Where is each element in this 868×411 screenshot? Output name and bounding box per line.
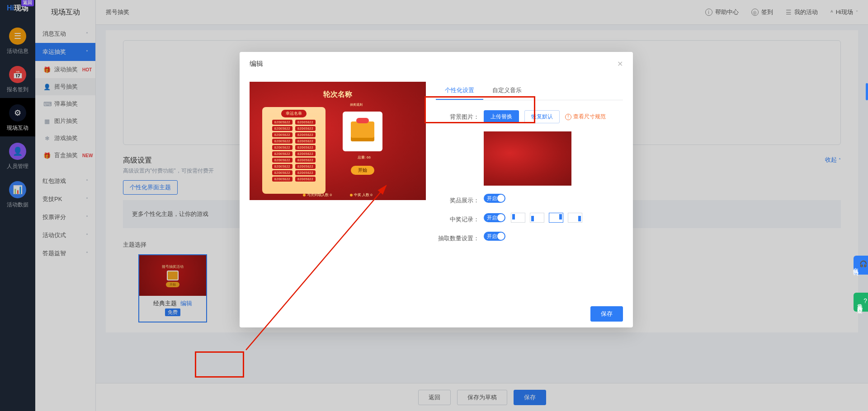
num-cell: 82065822: [295, 164, 316, 169]
warning-icon: !: [565, 114, 571, 120]
toggle-prize-show[interactable]: 开启: [484, 194, 505, 203]
bg-thumbnail[interactable]: [484, 131, 571, 186]
float-faq[interactable]: ? 常见问题答疑: [854, 293, 868, 312]
toggle-draw-count[interactable]: 开启: [484, 232, 505, 241]
num-cell: 82065822: [295, 132, 316, 137]
float-online-consult[interactable]: 🎧 在线咨询: [854, 256, 868, 275]
num-cell: 82065822: [295, 177, 316, 182]
num-cell: 82065822: [295, 151, 316, 156]
modal-title: 编辑: [250, 60, 263, 68]
num-cell: 82065822: [272, 151, 292, 156]
pos-bottom-right[interactable]: [568, 213, 582, 223]
size-spec-link[interactable]: ! 查看尺寸规范: [565, 113, 606, 121]
preview-count: 总量: 66: [358, 155, 371, 160]
modal-save-button[interactable]: 保存: [590, 306, 623, 322]
pin-icon: [531, 216, 534, 221]
num-cell: 82065822: [272, 120, 292, 125]
toggle-label: 开启: [487, 215, 497, 221]
modal-preview: 轮次名称 抽奖规则 幸运名单 8206582282065822 82065822…: [250, 82, 426, 200]
stat2-label: 中奖 人数: [354, 193, 369, 197]
toggle-knob: [497, 233, 505, 240]
pos-top-left[interactable]: [511, 213, 525, 223]
stat2-value: 0: [370, 193, 372, 197]
preview-gift: [343, 112, 382, 151]
float-label: 常见问题答疑: [857, 299, 863, 305]
stat1-value: 0: [330, 193, 331, 197]
headset-icon: 🎧: [859, 260, 868, 267]
num-cell: 82065822: [272, 170, 292, 175]
num-cell: 82065822: [272, 139, 292, 144]
tab-personalize[interactable]: 个性化设置: [436, 82, 483, 100]
question-icon: ?: [863, 297, 868, 304]
toggle-record[interactable]: 开启: [484, 213, 505, 222]
toggle-knob: [497, 195, 505, 202]
toggle-label: 开启: [487, 233, 497, 240]
label-bg: 背景图片：: [436, 110, 484, 121]
stat1-label: 与次到场人数: [307, 193, 329, 197]
num-cell: 82065822: [272, 177, 292, 182]
reset-button[interactable]: 恢复默认: [524, 110, 560, 123]
position-group: [511, 213, 582, 223]
preview-round-title: 轮次名称: [250, 90, 426, 99]
num-cell: 82065822: [295, 139, 316, 144]
float-label: 在线咨询: [853, 263, 859, 267]
pos-top-right[interactable]: [549, 213, 563, 223]
num-cell: 82065822: [272, 145, 292, 150]
num-cell: 82065822: [272, 132, 292, 137]
scroll-indicator: [866, 83, 868, 100]
label-prize-show: 奖品展示：: [436, 194, 484, 205]
panel-tag: 幸运名单: [281, 110, 307, 117]
winner-panel: 幸运名单 8206582282065822 8206582282065822 8…: [262, 107, 326, 194]
num-cell: 82065822: [272, 126, 292, 131]
gift-icon: [351, 121, 374, 141]
tab-custom-music[interactable]: 自定义音乐: [483, 82, 531, 100]
label-win-record: 中奖记录：: [436, 213, 484, 224]
pos-bottom-left[interactable]: [530, 213, 544, 223]
dot-icon: [303, 194, 306, 196]
pin-icon: [578, 216, 581, 221]
num-cell: 82065822: [295, 145, 316, 150]
edit-modal: 编辑 ✕ 轮次名称 抽奖规则 幸运名单 8206582282065822 820…: [240, 52, 633, 327]
num-cell: 82065822: [295, 126, 316, 131]
pin-icon: [512, 214, 515, 220]
preview-start-btn: 开始: [351, 166, 374, 175]
close-icon[interactable]: ✕: [617, 60, 623, 68]
size-label: 查看尺寸规范: [573, 113, 606, 121]
num-cell: 82065822: [272, 164, 292, 169]
toggle-knob: [497, 214, 505, 221]
num-cell: 82065822: [272, 158, 292, 163]
label-draw-count: 抽取数量设置：: [436, 232, 484, 243]
preview-sub: 抽奖规则: [350, 103, 363, 107]
num-cell: 82065822: [295, 170, 316, 175]
num-cell: 82065822: [295, 120, 316, 125]
toggle-label: 开启: [487, 195, 497, 202]
label-blank: [436, 131, 484, 134]
modal-tabs: 个性化设置 自定义音乐: [436, 82, 623, 100]
dot-icon: [350, 194, 353, 196]
num-cell: 82065822: [295, 158, 316, 163]
upload-button[interactable]: 上传替换: [484, 110, 519, 123]
pin-icon: [559, 214, 562, 220]
